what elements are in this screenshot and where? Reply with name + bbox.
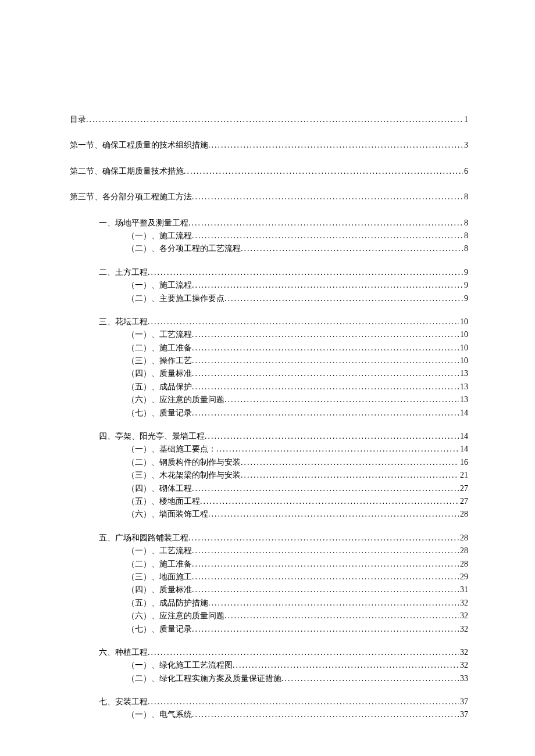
toc-label: 第三节、各分部分项工程施工方法 bbox=[70, 191, 192, 203]
toc-page-number: 28 bbox=[459, 544, 468, 557]
toc-entry: （七）、质量记录32 bbox=[70, 623, 468, 636]
toc-dots bbox=[192, 482, 459, 495]
toc-entry: 一、场地平整及测量工程8 bbox=[70, 217, 468, 230]
toc-entry: 六、种植工程32 bbox=[70, 646, 468, 659]
toc-entry: （二）、各分项工程的工艺流程8 bbox=[70, 242, 468, 255]
toc-dots bbox=[192, 342, 459, 354]
toc-label: （一）、施工流程 bbox=[127, 230, 192, 242]
toc-dots bbox=[192, 583, 459, 596]
toc-dots bbox=[192, 708, 459, 721]
toc-page-number: 13 bbox=[459, 367, 468, 380]
toc-entry: 第一节、确保工程质量的技术组织措施3 bbox=[70, 139, 468, 152]
toc-page-number: 1 bbox=[463, 113, 468, 126]
toc-page-number: 14 bbox=[459, 443, 468, 456]
toc-page-number: 9 bbox=[463, 266, 468, 279]
toc-page-number: 8 bbox=[463, 242, 468, 255]
toc-entry: 二、土方工程9 bbox=[70, 266, 468, 279]
toc-entry: 四、亭架、阳光亭、景墙工程14 bbox=[70, 430, 468, 443]
toc-dots bbox=[188, 217, 463, 230]
toc-dots bbox=[208, 139, 463, 152]
toc-dots bbox=[224, 292, 463, 305]
toc-dots bbox=[192, 230, 463, 242]
toc-label: （二）、钢质构件的制作与安装 bbox=[127, 456, 241, 469]
toc-dots bbox=[184, 165, 463, 178]
toc-label: （四）、砌体工程 bbox=[127, 482, 192, 495]
toc-entry: （一）、施工流程8 bbox=[70, 230, 468, 242]
toc-label: 三、花坛工程 bbox=[99, 316, 148, 328]
toc-entry: （三）、地面施工29 bbox=[70, 571, 468, 583]
toc-page-number: 13 bbox=[459, 381, 468, 393]
toc-page-number: 32 bbox=[459, 597, 468, 610]
toc-dots bbox=[208, 508, 459, 521]
toc-page-number: 33 bbox=[459, 672, 468, 685]
toc-label: （三）、木花架梁的制作与安装 bbox=[127, 469, 241, 482]
toc-page-number: 8 bbox=[463, 230, 468, 242]
toc-entry: （五）、楼地面工程27 bbox=[70, 495, 468, 508]
toc-entry: （二）、施工准备28 bbox=[70, 558, 468, 571]
toc-dots bbox=[216, 443, 459, 456]
toc-label: （六）、墙面装饰工程 bbox=[127, 508, 208, 521]
toc-entry: （三）、操作工艺10 bbox=[70, 354, 468, 367]
toc-dots bbox=[148, 646, 459, 659]
toc-label: 二、土方工程 bbox=[99, 266, 148, 279]
toc-page-number: 32 bbox=[459, 646, 468, 659]
toc-entry: （四）、质量标准31 bbox=[70, 583, 468, 596]
toc-page-number: 10 bbox=[459, 328, 468, 341]
toc-label: （六）、应注意的质量问题 bbox=[127, 610, 224, 622]
toc-page-number: 28 bbox=[459, 508, 468, 521]
toc-dots bbox=[233, 659, 459, 672]
toc-label: （二）、施工准备 bbox=[127, 558, 192, 571]
toc-dots bbox=[192, 381, 459, 393]
toc-entry: 目录1 bbox=[70, 113, 468, 126]
toc-dots bbox=[192, 558, 459, 571]
toc-page-number: 21 bbox=[459, 469, 468, 482]
toc-page-number: 32 bbox=[459, 623, 468, 636]
toc-entry: （五）、成品防护措施32 bbox=[70, 597, 468, 610]
toc-entry: 第二节、确保工期质量技术措施6 bbox=[70, 165, 468, 178]
toc-page-number: 10 bbox=[459, 354, 468, 367]
toc-entry: （一）、绿化施工工艺流程图32 bbox=[70, 659, 468, 672]
toc-entry: （六）、墙面装饰工程28 bbox=[70, 508, 468, 521]
toc-dots bbox=[192, 544, 459, 557]
toc-entry: （四）、质量标准13 bbox=[70, 367, 468, 380]
toc-page-number: 28 bbox=[459, 532, 468, 544]
toc-dots bbox=[148, 266, 463, 279]
toc-label: （五）、楼地面工程 bbox=[127, 495, 200, 508]
toc-label: （一）、工艺流程 bbox=[127, 328, 192, 341]
toc-dots bbox=[281, 672, 459, 685]
toc-dots bbox=[192, 354, 459, 367]
toc-label: （一）、施工流程 bbox=[127, 279, 192, 292]
toc-label: （二）、主要施工操作要点 bbox=[127, 292, 224, 305]
toc-entry: 五、广场和园路铺装工程28 bbox=[70, 532, 468, 544]
toc-label: （一）、绿化施工工艺流程图 bbox=[127, 659, 233, 672]
toc-label: （二）、施工准备 bbox=[127, 342, 192, 354]
toc-page-number: 16 bbox=[459, 456, 468, 469]
toc-entry: （六）、应注意的质量问题13 bbox=[70, 393, 468, 406]
toc-label: （一）、基础施工要点： bbox=[127, 443, 216, 456]
toc-label: （三）、地面施工 bbox=[127, 571, 192, 583]
toc-page-number: 9 bbox=[463, 279, 468, 292]
toc-label: （二）、绿化工程实施方案及质量保证措施 bbox=[127, 672, 281, 685]
toc-entry: （一）、工艺流程28 bbox=[70, 544, 468, 557]
toc-label: （六）、应注意的质量问题 bbox=[127, 393, 224, 406]
toc-dots bbox=[224, 610, 459, 622]
toc-dots bbox=[208, 597, 459, 610]
toc-entry: （一）、电气系统37 bbox=[70, 708, 468, 721]
toc-entry: 第三节、各分部分项工程施工方法8 bbox=[70, 191, 468, 203]
toc-label: （一）、工艺流程 bbox=[127, 544, 192, 557]
toc-label: （五）、成品防护措施 bbox=[127, 597, 208, 610]
toc-dots bbox=[241, 456, 459, 469]
toc-dots bbox=[192, 279, 463, 292]
toc-label: （三）、操作工艺 bbox=[127, 354, 192, 367]
toc-label: （五）、成品保护 bbox=[127, 381, 192, 393]
toc-dots bbox=[205, 430, 459, 443]
toc-page-number: 3 bbox=[463, 139, 468, 152]
toc-dots bbox=[192, 367, 459, 380]
toc-label: 目录 bbox=[70, 113, 86, 126]
toc-page-number: 8 bbox=[463, 191, 468, 203]
toc-dots bbox=[148, 696, 459, 708]
toc-entry: （六）、应注意的质量问题32 bbox=[70, 610, 468, 622]
toc-label: 六、种植工程 bbox=[99, 646, 148, 659]
toc-entry: （二）、绿化工程实施方案及质量保证措施33 bbox=[70, 672, 468, 685]
toc-page-number: 10 bbox=[459, 316, 468, 328]
